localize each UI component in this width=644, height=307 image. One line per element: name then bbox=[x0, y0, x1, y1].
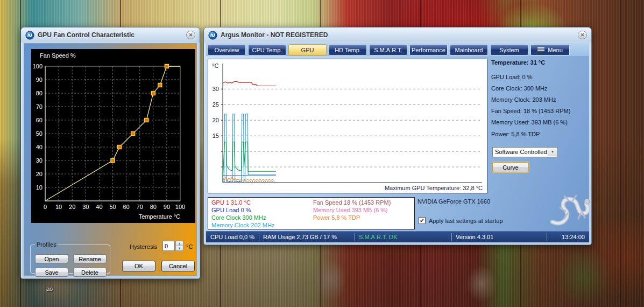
svg-text:80: 80 bbox=[36, 90, 43, 96]
svg-text:90: 90 bbox=[164, 204, 170, 210]
tab-menu[interactable]: Menu bbox=[530, 44, 570, 55]
svg-text:100: 100 bbox=[33, 63, 43, 69]
fan-speed-value: Fan Speed: 18 % (1453 RPM) bbox=[491, 108, 570, 114]
legend-memory-used: Memory Used 393 MB (6 %) bbox=[313, 207, 388, 213]
gpu-info-panel: Temperature: 31 °C GPU Load: 0 % Core Cl… bbox=[491, 56, 591, 145]
legend-core-clock: Core Clock 300 MHz bbox=[211, 214, 266, 221]
hysteresis-stepper[interactable] bbox=[175, 241, 183, 251]
open-button[interactable]: Open bbox=[35, 254, 68, 263]
status-separator bbox=[547, 233, 547, 241]
hysteresis-input[interactable] bbox=[162, 241, 175, 251]
svg-text:10: 10 bbox=[36, 184, 43, 191]
svg-text:30: 30 bbox=[213, 86, 219, 92]
checkbox-checked-icon[interactable] bbox=[419, 217, 426, 224]
fan-curve-chart[interactable]: 1009080706050403020100102030405060708090… bbox=[31, 49, 195, 223]
argus-close-icon[interactable] bbox=[578, 31, 587, 39]
tab-cpu-temp[interactable]: CPU Temp. bbox=[248, 44, 286, 55]
legend-power: Power 5,8 % TDP bbox=[313, 214, 360, 221]
svg-text:20: 20 bbox=[36, 171, 43, 177]
svg-text:100: 100 bbox=[175, 204, 185, 210]
status-version: Version 4.3.01 bbox=[456, 234, 493, 240]
svg-text:50: 50 bbox=[36, 130, 43, 137]
save-button[interactable]: Save bbox=[35, 268, 68, 277]
stepper-up-icon[interactable] bbox=[175, 241, 183, 246]
gpu-load-value: GPU Load: 0 % bbox=[491, 74, 532, 80]
fan-chart-ylabel: Fan Speed % bbox=[40, 52, 76, 59]
svg-text:30: 30 bbox=[36, 157, 43, 164]
legend-fan-speed: Fan Speed 18 % (1453 RPM) bbox=[313, 199, 391, 206]
fan-dialog-body: 1009080706050403020100102030405060708090… bbox=[24, 43, 197, 276]
fan-dialog-close-icon[interactable] bbox=[186, 31, 195, 39]
tab-menu-label: Menu bbox=[548, 45, 563, 55]
stepper-down-icon[interactable] bbox=[175, 246, 183, 251]
desktop-icon-label[interactable]: ao bbox=[46, 285, 53, 292]
statusbar: CPU Load 0,0 % RAM Usage 2,73 GB / 17 % … bbox=[206, 231, 589, 242]
dropdown-arrow-icon[interactable] bbox=[548, 148, 557, 156]
cancel-button[interactable]: Cancel bbox=[161, 261, 195, 271]
argus-gpu-page: 30252015°C Maximum GPU Temperature: 32,8… bbox=[206, 56, 589, 242]
argus-window-title: Argus Monitor - NOT REGISTERED bbox=[221, 31, 328, 39]
gpu-history-chart: 30252015°C Maximum GPU Temperature: 32,8… bbox=[208, 59, 487, 193]
argus-logo-icon bbox=[208, 31, 217, 40]
svg-text:60: 60 bbox=[36, 117, 43, 123]
legend-memory-clock: Memory Clock 202 MHz bbox=[211, 222, 274, 228]
profiles-groupbox: Profiles Open Rename Save Delete bbox=[30, 241, 110, 274]
argus-monitor-window: Argus Monitor - NOT REGISTERED Overview … bbox=[203, 27, 592, 245]
status-smart: S.M.A.R.T. OK bbox=[359, 234, 398, 240]
svg-text:15: 15 bbox=[213, 132, 219, 139]
tab-overview[interactable]: Overview bbox=[208, 44, 246, 55]
profiles-groupbox-label: Profiles bbox=[35, 241, 58, 248]
fan-mode-value: Software Controlled bbox=[495, 149, 547, 155]
gpu-history-plot: 30252015°C bbox=[208, 59, 487, 193]
fan-dialog-titlebar[interactable]: GPU Fan Control Characteristic bbox=[21, 27, 200, 43]
svg-text:30: 30 bbox=[82, 204, 89, 210]
tab-gpu[interactable]: GPU bbox=[288, 44, 327, 55]
tab-performance[interactable]: Performance bbox=[409, 44, 448, 55]
legend-gpu-load: GPU Load 0 % bbox=[211, 207, 251, 213]
svg-text:°C: °C bbox=[212, 62, 218, 69]
curve-button[interactable]: Curve bbox=[492, 162, 529, 172]
hamburger-icon bbox=[537, 47, 544, 52]
startup-checkbox-label: Apply last settings at startup bbox=[429, 218, 503, 224]
rename-button[interactable]: Rename bbox=[73, 254, 107, 263]
ok-button[interactable]: OK bbox=[122, 261, 155, 271]
memory-clock-value: Memory Clock: 203 MHz bbox=[491, 96, 556, 103]
tab-hd-temp[interactable]: HD Temp. bbox=[329, 44, 367, 55]
svg-text:80: 80 bbox=[150, 204, 157, 210]
svg-text:0: 0 bbox=[44, 204, 47, 210]
tab-mainboard[interactable]: Mainboard bbox=[450, 44, 488, 55]
svg-text:50: 50 bbox=[109, 204, 116, 210]
desktop: ao GPU Fan Control Characteristic 100908… bbox=[0, 0, 644, 307]
fan-curve-plot[interactable]: 1009080706050403020100102030405060708090… bbox=[31, 49, 195, 223]
svg-text:20: 20 bbox=[69, 204, 75, 210]
svg-text:25: 25 bbox=[213, 101, 219, 108]
startup-checkbox-row[interactable]: Apply last settings at startup bbox=[419, 217, 503, 224]
status-ram-usage: RAM Usage 2,73 GB / 17 % bbox=[263, 234, 337, 240]
fan-control-dialog: GPU Fan Control Characteristic 100908070… bbox=[20, 27, 200, 279]
gpu-temperature-value: Temperature: 31 °C bbox=[491, 59, 545, 66]
delete-button[interactable]: Delete bbox=[73, 268, 107, 277]
fan-dialog-title: GPU Fan Control Characteristic bbox=[38, 31, 135, 39]
svg-text:60: 60 bbox=[123, 204, 129, 210]
svg-text:40: 40 bbox=[96, 204, 102, 210]
core-clock-value: Core Clock: 300 MHz bbox=[491, 85, 548, 92]
power-value: Power: 5,8 % TDP bbox=[491, 131, 540, 137]
svg-text:90: 90 bbox=[36, 76, 43, 83]
status-separator bbox=[451, 233, 452, 241]
gpu-name: NVIDIA GeForce GTX 1660 bbox=[417, 198, 490, 205]
hysteresis-label: Hysteresis bbox=[130, 243, 157, 250]
fan-mode-dropdown[interactable]: Software Controlled bbox=[492, 147, 558, 157]
argus-titlebar[interactable]: Argus Monitor - NOT REGISTERED bbox=[204, 27, 591, 43]
memory-used-value: Memory Used: 393 MB (6 %) bbox=[491, 119, 568, 125]
svg-text:10: 10 bbox=[55, 204, 62, 210]
tab-system[interactable]: System bbox=[490, 44, 528, 55]
svg-text:70: 70 bbox=[137, 204, 143, 210]
gecko-logo bbox=[549, 194, 590, 229]
tab-smart[interactable]: S.M.A.R.T. bbox=[369, 44, 407, 55]
hysteresis-unit: °C bbox=[186, 243, 193, 250]
chart-legend: GPU 1 31,0 °C GPU Load 0 % Core Clock 30… bbox=[208, 197, 415, 229]
svg-text:20: 20 bbox=[213, 117, 219, 123]
svg-text:70: 70 bbox=[36, 103, 43, 110]
argus-tabstrip: Overview CPU Temp. GPU HD Temp. S.M.A.R.… bbox=[206, 43, 589, 56]
status-separator bbox=[259, 233, 259, 241]
